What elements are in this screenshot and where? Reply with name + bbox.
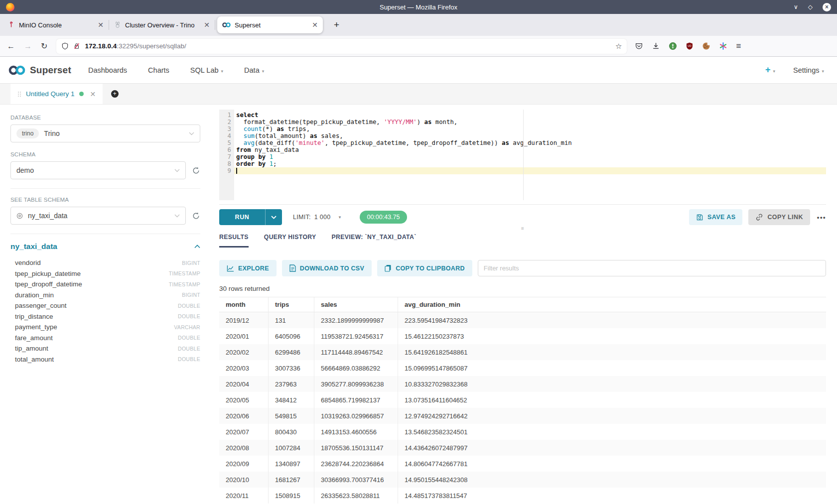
browser-tab-label: Cluster Overview - Trino xyxy=(125,21,194,29)
table-row[interactable]: 2020/09134089723628744.22023686414.80604… xyxy=(219,456,826,472)
table-schema-title[interactable]: ny_taxi_data xyxy=(10,242,57,251)
copy-link-button[interactable]: COPY LINK xyxy=(748,209,810,225)
filter-results-input[interactable] xyxy=(478,260,826,276)
table-cell: 1508915 xyxy=(269,488,314,504)
browser-tab-superset[interactable]: Superset ✕ xyxy=(217,16,323,33)
run-button[interactable]: RUN xyxy=(219,209,282,225)
url-port: :32295 xyxy=(117,42,137,50)
drag-handle-icon[interactable] xyxy=(17,91,21,97)
table-select[interactable]: ny_taxi_data xyxy=(10,207,186,225)
run-options-caret[interactable] xyxy=(265,209,282,225)
schema-select[interactable]: demo xyxy=(10,161,186,179)
column-row[interactable]: duration_minBIGINT xyxy=(10,290,200,301)
query-tab[interactable]: Untitled Query 1 ✕ xyxy=(10,84,103,104)
save-as-button[interactable]: SAVE AS xyxy=(689,209,742,225)
table-row[interactable]: 2020/042379633905277.809993623810.833327… xyxy=(219,376,826,392)
tab-close-icon[interactable]: ✕ xyxy=(204,21,210,29)
editor-code[interactable]: select format_datetime(tpep_pickup_datet… xyxy=(234,110,826,200)
menu-icon[interactable]: ≡ xyxy=(736,41,741,51)
reload-icon[interactable]: ↻ xyxy=(41,41,47,51)
code-line[interactable]: sum(total_amount) as sales, xyxy=(234,132,826,139)
column-header-sales[interactable]: sales xyxy=(314,297,398,312)
window-minimize-icon[interactable]: ∨ xyxy=(794,3,798,10)
refresh-schema-icon[interactable] xyxy=(192,166,200,175)
sql-editor[interactable]: 123456789 select format_datetime(tpep_pi… xyxy=(219,110,826,200)
pocket-icon[interactable] xyxy=(635,42,643,50)
column-row[interactable]: fare_amountDOUBLE xyxy=(10,333,200,344)
insecure-lock-icon[interactable] xyxy=(73,42,80,50)
query-tab-close-icon[interactable]: ✕ xyxy=(90,90,96,98)
extension-green-icon[interactable] xyxy=(669,42,677,50)
sparkle-extension-icon[interactable] xyxy=(719,42,727,50)
column-row[interactable]: payment_typeVARCHAR xyxy=(10,322,200,333)
download-icon[interactable] xyxy=(652,42,660,50)
forward-icon[interactable]: → xyxy=(24,42,32,51)
more-options-button[interactable]: ••• xyxy=(817,214,826,221)
table-row[interactable]: 2020/053484126854865.71998213713.0735164… xyxy=(219,392,826,408)
url-bar[interactable]: 172.18.0.4:32295/superset/sqllab/ ☆ xyxy=(56,39,627,54)
run-button-label[interactable]: RUN xyxy=(219,209,265,225)
column-row[interactable]: tpep_pickup_datetimeTIMESTAMP xyxy=(10,268,200,279)
nav-item-sql-lab[interactable]: SQL Lab▾ xyxy=(190,66,223,74)
column-row[interactable]: vendoridBIGINT xyxy=(10,257,200,268)
back-icon[interactable]: ← xyxy=(7,42,15,51)
collapse-chevron-icon[interactable] xyxy=(194,245,200,249)
nav-item-charts[interactable]: Charts xyxy=(148,66,169,74)
column-row[interactable]: trip_distanceDOUBLE xyxy=(10,311,200,322)
table-row[interactable]: 2020/08100728418705536.15013114714.43642… xyxy=(219,440,826,456)
code-line[interactable]: select xyxy=(234,112,826,119)
copy-clipboard-button[interactable]: COPY TO CLIPBOARD xyxy=(377,260,472,276)
database-select[interactable]: trino Trino xyxy=(10,125,200,142)
table-row[interactable]: 2020/0780043014913153.460055613.54682358… xyxy=(219,424,826,440)
table-row[interactable]: 2020/016405096119538721.9245631715.46122… xyxy=(219,328,826,344)
shield-permissions-icon[interactable] xyxy=(61,42,69,50)
table-row[interactable]: 2020/026299486117114448.8946754215.64192… xyxy=(219,344,826,360)
tab-query-history[interactable]: QUERY HISTORY xyxy=(264,234,316,248)
window-titlebar: Superset — Mozilla Firefox ∨ ◇ × xyxy=(0,0,837,14)
code-line[interactable]: group by 1 xyxy=(234,153,826,160)
bookmark-star-icon[interactable]: ☆ xyxy=(615,42,622,51)
code-line[interactable]: count(*) as trips, xyxy=(234,126,826,132)
results-panel: RESULTS QUERY HISTORY PREVIEW: `NY_TAXI_… xyxy=(219,231,826,504)
table-row[interactable]: 2020/0654981510319263.02996685712.974924… xyxy=(219,408,826,424)
new-item-button[interactable]: +▾ xyxy=(765,65,775,75)
tab-results[interactable]: RESULTS xyxy=(219,234,249,248)
tab-close-icon[interactable]: ✕ xyxy=(98,21,104,29)
table-row[interactable]: 2020/10168126730366993.70037741614.95015… xyxy=(219,472,826,488)
nav-item-dashboards[interactable]: Dashboards xyxy=(88,66,127,74)
column-row[interactable]: tip_amountDOUBLE xyxy=(10,343,200,354)
browser-tab-trino[interactable]: Cluster Overview - Trino ✕ xyxy=(109,14,215,36)
tab-close-icon[interactable]: ✕ xyxy=(312,21,318,29)
code-line[interactable]: format_datetime(tpep_pickup_datetime, 'Y… xyxy=(234,119,826,126)
explore-button[interactable]: EXPLORE xyxy=(219,260,277,276)
column-row[interactable]: passenger_countDOUBLE xyxy=(10,300,200,311)
window-close-icon[interactable]: × xyxy=(823,3,831,11)
column-header-avg-duration[interactable]: avg_duration_min xyxy=(398,297,826,312)
browser-tab-minio[interactable]: MinIO Console ✕ xyxy=(3,14,109,36)
column-row[interactable]: tpep_dropoff_datetimeTIMESTAMP xyxy=(10,279,200,290)
code-line[interactable]: avg(date_diff('minute', tpep_pickup_date… xyxy=(234,139,826,146)
table-row[interactable]: 2020/11150891526335623.5802881114.485173… xyxy=(219,488,826,504)
pane-resize-handle[interactable]: ≡ xyxy=(521,227,524,231)
code-line[interactable] xyxy=(234,167,826,174)
superset-brand[interactable]: Superset xyxy=(8,65,71,76)
settings-menu[interactable]: Settings▾ xyxy=(793,66,824,74)
window-maximize-icon[interactable]: ◇ xyxy=(808,3,813,10)
column-header-trips[interactable]: trips xyxy=(269,297,314,312)
table-row[interactable]: 2019/121312332.1899999999987223.59541984… xyxy=(219,312,826,328)
nav-item-data[interactable]: Data▾ xyxy=(244,66,264,74)
column-header-month[interactable]: month xyxy=(219,297,269,312)
limit-dropdown[interactable]: LIMIT: 1 000 ▾ xyxy=(293,214,341,221)
new-tab-button[interactable]: + xyxy=(330,19,343,30)
sqllab-sidebar: DATABASE trino Trino SCHEMA demo SEE TAB… xyxy=(0,105,211,504)
code-line[interactable]: from ny_taxi_data xyxy=(234,146,826,153)
table-row[interactable]: 2020/03300733656664869.0388629215.096995… xyxy=(219,360,826,376)
ublock-origin-icon[interactable]: UO xyxy=(686,42,694,50)
download-csv-button[interactable]: DOWNLOAD TO CSV xyxy=(282,260,372,276)
cookie-extension-icon[interactable] xyxy=(702,42,710,50)
add-query-tab-button[interactable]: + xyxy=(103,84,127,104)
refresh-table-icon[interactable] xyxy=(192,212,200,220)
tab-preview-table[interactable]: PREVIEW: `NY_TAXI_DATA` xyxy=(332,234,417,248)
code-line[interactable]: order by 1; xyxy=(234,160,826,167)
column-row[interactable]: total_amountDOUBLE xyxy=(10,354,200,365)
